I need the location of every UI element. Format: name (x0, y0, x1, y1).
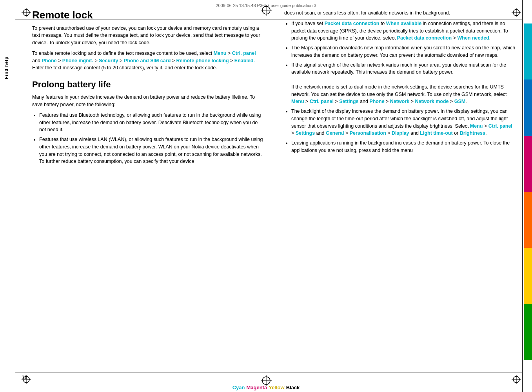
content-area: Remote lock To prevent unauthorised use … (13, 9, 532, 385)
list-item: Leaving applications running in the back… (291, 139, 516, 154)
find-help-tab: Find help (0, 9, 13, 385)
right-intro: does not scan, or scans less often, for … (284, 9, 516, 17)
page-wrapper: Find help Remote lock To prevent unautho… (0, 9, 532, 385)
remote-lock-gt2: > (57, 58, 62, 63)
remote-lock-title: Remote lock (32, 9, 264, 21)
bullet4-settings: Settings (296, 130, 315, 136)
bullet4-brightness: Brightness (460, 130, 485, 136)
remote-lock-gt4: > (118, 58, 124, 63)
bullet4-display: Display (392, 130, 409, 136)
black-label: Black (285, 385, 301, 390)
bullet1-mid: to (379, 21, 386, 26)
bullet4-light: Light time-out (420, 130, 452, 136)
bullet3-settings: Settings (339, 99, 358, 104)
bullet3-gt3: > (385, 99, 390, 104)
cyan-label: Cyan (232, 385, 246, 390)
bullet3-cont: If the network mode is set to dual mode … (291, 84, 507, 97)
remote-lock-body2: To enable remote locking and to define t… (32, 50, 264, 72)
yellow-label: Yellow (268, 385, 285, 390)
bullet2: The Maps application downloads new map i… (291, 45, 515, 58)
bullet4-or: or (453, 130, 460, 136)
remote-lock-gt6: > (229, 58, 234, 63)
bullet5: Leaving applications running in the back… (291, 140, 510, 153)
list-item: Features that use wireless LAN (WLAN), o… (39, 136, 264, 165)
magenta-label: Magenta (245, 385, 268, 390)
bullet3-ctrl: Ctrl. panel (310, 99, 334, 104)
bullet3-pre: If the signal strength of the cellular n… (291, 62, 506, 75)
remote-lock-gt1: > (226, 51, 232, 56)
remote-lock-body2-pre: To enable remote locking and to define t… (32, 51, 214, 56)
remote-lock-phone-sim: Phone and SIM card (124, 58, 171, 63)
bullet3-gt2: > (334, 99, 339, 104)
bullet4-gt2: > (291, 130, 296, 136)
bullet3-gt4: > (409, 99, 415, 104)
bullet4-gt4: > (386, 130, 392, 136)
remote-lock-phone-mgmt: Phone mgmt. (62, 58, 93, 63)
list-item: The Maps application downloads new map i… (291, 44, 516, 59)
page-number: 12 (22, 374, 27, 380)
bullet4-and: and (315, 130, 326, 136)
remote-lock-gt3: > (93, 58, 99, 63)
remote-lock-enabled: Enabled. (234, 58, 255, 63)
bullet1-text: Features that use Bluetooth technology, … (39, 112, 261, 133)
bullet3-and: and (359, 99, 370, 104)
right-bullet-list: If you have set Packet data connection t… (284, 20, 516, 154)
bullet4-personalisation: Personalisation (350, 130, 386, 136)
bullet4-ctrl: Ctrl. panel (488, 123, 512, 129)
remote-lock-ctrl: Ctrl. panel (232, 51, 256, 56)
remote-lock-body2-post: Enter the text message content (5 to 20 … (32, 65, 217, 70)
left-bullet-list: Features that use Bluetooth technology, … (32, 112, 264, 165)
bullet1-link4: When needed (457, 35, 489, 41)
remote-lock-and: and (32, 58, 42, 63)
bullet3-network2: Network mode (415, 99, 448, 104)
bottom-color-bar: Cyan Magenta Yellow Black (0, 383, 532, 392)
list-item: If the signal strength of the cellular n… (291, 61, 516, 106)
remote-lock-menu: Menu (214, 51, 227, 56)
bullet3-gt1: > (304, 99, 310, 104)
right-column: does not scan, or scans less often, for … (280, 9, 516, 385)
left-column: Remote lock To prevent unauthorised use … (32, 9, 268, 385)
bullet3-gsm: GSM (454, 99, 465, 104)
bullet4-general: General (326, 130, 344, 136)
bullet3-phone: Phone (369, 99, 384, 104)
bullet4-end: . (485, 130, 487, 136)
bullet3-end: . (465, 99, 467, 104)
remote-lock-gt5: > (171, 58, 176, 63)
bullet3-menu: Menu (291, 99, 304, 104)
remote-lock-remote-phone: Remote phone locking (176, 58, 229, 63)
prolong-title: Prolong battery life (32, 79, 264, 90)
bullet3-network1: Network (390, 99, 409, 104)
bullet2-text: Features that use wireless LAN (WLAN), o… (39, 137, 263, 164)
bullet4-gt3: > (344, 130, 349, 136)
bullet1-link3: Packet data connection (397, 35, 452, 41)
remote-lock-phone: Phone (42, 58, 56, 63)
bullet4-and2: and (409, 130, 420, 136)
list-item: If you have set Packet data connection t… (291, 20, 516, 42)
bullet4-gt1: > (483, 123, 488, 129)
prolong-intro: Many features in your device increase th… (32, 94, 264, 108)
find-help-label: Find help (4, 56, 9, 79)
bullet1-pre: If you have set (291, 21, 325, 26)
remote-lock-body1: To prevent unauthorised use of your devi… (32, 25, 264, 47)
bullet1-end: . (489, 35, 490, 41)
bullet1-link2: When available (386, 21, 421, 26)
list-item: Features that use Bluetooth technology, … (39, 112, 264, 134)
remote-lock-security: Security (99, 58, 118, 63)
bullet4-menu: Menu (470, 123, 483, 129)
list-item: The backlight of the display increases t… (291, 108, 516, 137)
bullet3-gt5: > (449, 99, 454, 104)
bullet1-link1: Packet data connection (325, 21, 379, 26)
bullet1-gt: > (452, 35, 457, 41)
